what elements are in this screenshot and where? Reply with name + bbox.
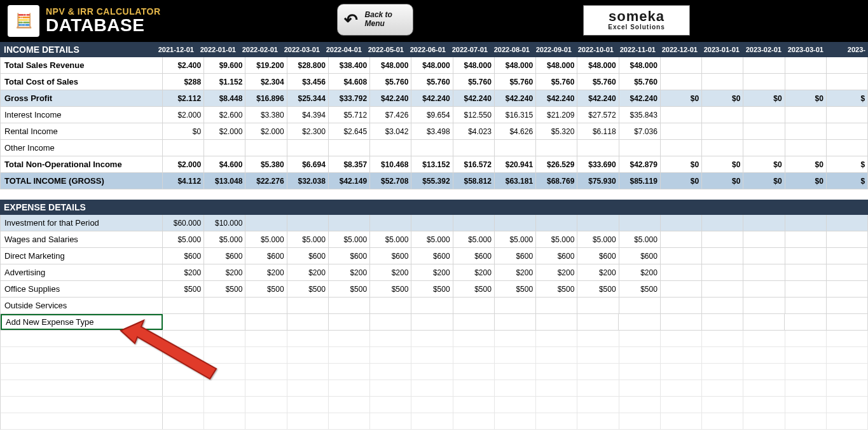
cell[interactable]: $ (827, 173, 868, 189)
cell[interactable] (370, 364, 411, 380)
cell[interactable]: $42.240 (577, 90, 619, 106)
cell[interactable] (743, 107, 785, 123)
cell[interactable] (785, 123, 827, 139)
cell[interactable] (577, 413, 619, 429)
cell[interactable] (827, 413, 868, 429)
cell[interactable]: $5.760 (495, 74, 536, 90)
cell[interactable]: $5.760 (619, 74, 661, 90)
cell[interactable] (785, 74, 827, 90)
row-label[interactable]: Interest Income (1, 107, 163, 123)
cell[interactable]: $5.000 (536, 231, 577, 247)
cell[interactable]: $5.712 (329, 107, 370, 123)
cell[interactable]: $27.572 (577, 107, 619, 123)
cell[interactable] (495, 380, 536, 396)
cell[interactable]: $600 (495, 248, 536, 264)
cell[interactable]: $3.498 (411, 123, 453, 139)
row-label[interactable]: Total Non-Operational Income (1, 156, 163, 172)
cell[interactable] (495, 413, 536, 429)
cell[interactable]: $500 (495, 281, 536, 297)
cell[interactable]: $9.600 (204, 57, 245, 73)
cell[interactable]: $5.000 (245, 231, 287, 247)
cell[interactable] (245, 380, 287, 396)
cell[interactable] (661, 107, 702, 123)
cell[interactable] (287, 298, 329, 313)
cell[interactable] (577, 314, 619, 330)
table-row[interactable]: Office Supplies$500$500$500$500$500$500$… (0, 281, 868, 298)
cell[interactable]: $10.468 (370, 156, 411, 172)
cell[interactable]: $33.792 (329, 90, 370, 106)
row-label[interactable] (1, 397, 163, 413)
table-row[interactable] (0, 347, 868, 364)
cell[interactable] (827, 264, 868, 280)
cell[interactable] (411, 215, 453, 231)
table-row[interactable]: Add New Expense Type (0, 314, 868, 331)
row-label[interactable]: Total Cost of Sales (1, 74, 163, 90)
cell[interactable] (743, 264, 785, 280)
cell[interactable] (245, 298, 287, 313)
cell[interactable] (661, 331, 702, 346)
cell[interactable]: $48.000 (411, 57, 453, 73)
cell[interactable] (329, 314, 370, 330)
cell[interactable] (204, 380, 245, 396)
cell[interactable] (702, 364, 743, 380)
cell[interactable]: $42.149 (329, 173, 370, 189)
cell[interactable] (536, 298, 577, 313)
cell[interactable] (411, 331, 453, 346)
cell[interactable] (619, 215, 661, 231)
cell[interactable]: $5.000 (577, 231, 619, 247)
cell[interactable] (785, 364, 827, 380)
row-label[interactable]: Gross Profit (1, 90, 163, 106)
cell[interactable]: $48.000 (536, 57, 577, 73)
cell[interactable]: $2.112 (163, 90, 204, 106)
cell[interactable] (702, 298, 743, 313)
cell[interactable] (743, 331, 785, 346)
cell[interactable] (536, 331, 577, 346)
cell[interactable]: $16.572 (453, 156, 495, 172)
cell[interactable] (702, 57, 743, 73)
row-label[interactable] (1, 413, 163, 429)
cell[interactable] (827, 331, 868, 346)
cell[interactable] (619, 413, 661, 429)
cell[interactable]: $500 (577, 281, 619, 297)
cell[interactable] (619, 140, 661, 156)
cell[interactable]: $ (827, 156, 868, 172)
cell[interactable] (743, 364, 785, 380)
cell[interactable] (329, 347, 370, 363)
cell[interactable] (743, 123, 785, 139)
cell[interactable] (827, 107, 868, 123)
cell[interactable]: $0 (743, 156, 785, 172)
cell[interactable] (577, 364, 619, 380)
cell[interactable] (827, 281, 868, 297)
table-row[interactable]: Gross Profit$2.112$8.448$16.896$25.344$3… (0, 90, 868, 107)
cell[interactable] (577, 140, 619, 156)
cell[interactable]: $48.000 (577, 57, 619, 73)
cell[interactable] (329, 331, 370, 346)
cell[interactable] (495, 215, 536, 231)
cell[interactable] (163, 331, 204, 346)
row-label[interactable]: Add New Expense Type (1, 314, 163, 330)
cell[interactable]: $3.456 (287, 74, 329, 90)
cell[interactable] (245, 413, 287, 429)
cell[interactable]: $600 (619, 248, 661, 264)
cell[interactable] (661, 413, 702, 429)
row-label[interactable]: Investment for that Period (1, 215, 163, 231)
cell[interactable] (204, 347, 245, 363)
cell[interactable]: $200 (204, 264, 245, 280)
cell[interactable] (743, 57, 785, 73)
cell[interactable] (661, 123, 702, 139)
cell[interactable] (204, 364, 245, 380)
cell[interactable] (702, 123, 743, 139)
cell[interactable]: $600 (411, 248, 453, 264)
row-label[interactable]: Direct Marketing (1, 248, 163, 264)
cell[interactable] (702, 314, 743, 330)
row-label[interactable]: Other Income (1, 140, 163, 156)
cell[interactable]: $20.941 (495, 156, 536, 172)
cell[interactable] (370, 298, 411, 313)
cell[interactable] (785, 380, 827, 396)
cell[interactable]: $4.394 (287, 107, 329, 123)
cell[interactable] (163, 347, 204, 363)
cell[interactable]: $42.240 (370, 90, 411, 106)
cell[interactable] (287, 380, 329, 396)
table-row[interactable]: Advertising$200$200$200$200$200$200$200$… (0, 264, 868, 281)
cell[interactable] (536, 314, 577, 330)
